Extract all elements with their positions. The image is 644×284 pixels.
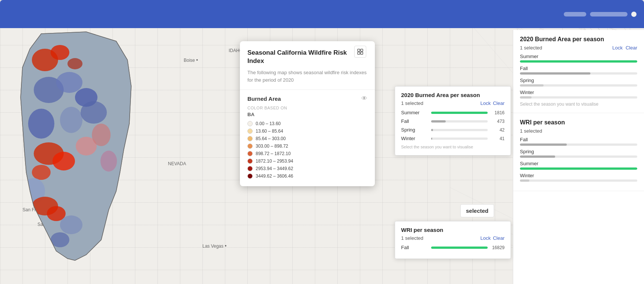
season-bar	[520, 167, 637, 170]
color-range-text: 85.64 – 303.00	[256, 136, 286, 141]
filter-season-item[interactable]: Winter	[520, 173, 637, 182]
subpanel-wri-season-bar	[431, 247, 488, 249]
subpanel-season-label: Winter	[401, 136, 427, 141]
season-bar	[520, 60, 637, 63]
expand-icon	[357, 49, 363, 55]
subpanel-season-row[interactable]: Summer 1816	[401, 110, 505, 115]
subpanel-bar-fill	[431, 138, 432, 140]
color-dot	[247, 121, 253, 126]
legend-popup: Seasonal California Wildfire Risk Index …	[240, 41, 375, 186]
color-dot	[247, 129, 253, 134]
color-based-label: COLOR BASED ON	[247, 106, 367, 110]
season-bar	[520, 84, 637, 87]
top-bar	[0, 0, 644, 28]
topbar-dot	[631, 12, 637, 17]
subpanel-bar-fill	[431, 129, 433, 131]
topbar-pill1	[564, 12, 586, 16]
season-bar-fill	[520, 167, 637, 170]
filter-burned-area-title: 2020 Burned Area per season	[520, 36, 637, 43]
legend-description: The following map shows seasonal wildfir…	[240, 69, 375, 90]
eye-icon[interactable]: 👁	[361, 95, 367, 102]
subpanel-season-row[interactable]: Fall 473	[401, 118, 505, 124]
color-range-row: 2953.94 – 3449.62	[247, 166, 367, 171]
subpanel-season-row[interactable]: Spring 42	[401, 127, 505, 133]
season-label: Spring	[520, 78, 637, 83]
subpanel-season-row[interactable]: Winter 41	[401, 136, 505, 141]
svg-rect-40	[358, 49, 360, 51]
filter-burned-clear[interactable]: Clear	[626, 45, 637, 51]
color-range-row: 85.64 – 303.00	[247, 136, 367, 141]
color-range-text: 3449.62 – 3606.46	[256, 173, 293, 179]
subpanel-season-value: 473	[491, 119, 505, 124]
legend-title: Seasonal California Wildfire Risk Index	[247, 49, 357, 65]
subpanel-wri-clear[interactable]: Clear	[493, 235, 505, 241]
legend-section-title: Burned Area	[247, 96, 281, 102]
color-range-row: 303.00 – 898.72	[247, 143, 367, 149]
expand-icon-button[interactable]	[354, 46, 366, 58]
season-bar-fill	[520, 84, 544, 87]
ba-label: BA	[247, 112, 367, 117]
subpanel-wri-bar-fill	[431, 247, 488, 249]
topbar-pill2	[590, 12, 628, 16]
color-range-text: 0.00 – 13.60	[256, 121, 281, 126]
season-bar	[520, 155, 637, 158]
subpanel-burned-lock[interactable]: Lock	[480, 100, 490, 106]
filter-season-item[interactable]: Fall	[520, 137, 637, 146]
subpanel-bar-fill	[431, 112, 488, 114]
subpanel-burned-title: 2020 Burned Area per season	[401, 92, 505, 98]
subpanel-season-bar	[431, 138, 488, 140]
season-label: Fall	[520, 66, 637, 71]
svg-rect-43	[361, 52, 363, 54]
season-bar-fill	[520, 96, 532, 99]
subpanel-burned-clear[interactable]: Clear	[493, 100, 505, 106]
filter-season-item[interactable]: Spring	[520, 149, 637, 158]
color-range-row: 1872.10 – 2953.94	[247, 158, 367, 164]
season-label: Winter	[520, 90, 637, 95]
season-bar	[520, 96, 637, 99]
filter-season-item[interactable]: Spring	[520, 78, 637, 87]
filter-season-item[interactable]: Summer	[520, 161, 637, 170]
subpanel-season-value: 42	[491, 127, 505, 133]
color-dot	[247, 173, 253, 179]
subpanel-wri-rows: Fall 16829	[401, 245, 505, 250]
season-bar	[520, 143, 637, 146]
subpanel-wri-season-row[interactable]: Fall 16829	[401, 245, 505, 250]
subpanel-wri-lock[interactable]: Lock	[480, 235, 490, 241]
filter-wri-section: WRI per season 1 selected Fall Spring Su…	[513, 113, 644, 191]
season-label: Spring	[520, 149, 637, 154]
color-dot	[247, 143, 253, 149]
season-bar-fill	[520, 155, 555, 158]
subpanel-season-label: Fall	[401, 118, 427, 124]
color-range-row: 898.72 – 1872.10	[247, 151, 367, 156]
season-bar	[520, 72, 637, 75]
subpanel-season-label: Spring	[401, 127, 427, 133]
subpanel-season-bar	[431, 129, 488, 131]
subpanel-wri-season-label: Fall	[401, 245, 427, 250]
filters-panel: 2020 Burned Area per season 1 selected L…	[513, 30, 644, 284]
filter-season-item[interactable]: Summer	[520, 54, 637, 63]
subpanel-burned-rows: Summer 1816 Fall 473 Spring 42 Winter 41	[401, 110, 505, 141]
subpanel-burned-hint: Select the season you want to visualise	[401, 144, 505, 150]
filter-season-item[interactable]: Winter	[520, 90, 637, 99]
subpanel-season-bar	[431, 112, 488, 114]
subpanel-wri-title: WRI per season	[401, 227, 505, 233]
filter-wri-selected: 1 selected	[520, 128, 542, 134]
season-bar-fill	[520, 179, 529, 182]
selected-badge: selected	[460, 204, 494, 217]
color-range-text: 1872.10 – 2953.94	[256, 158, 293, 164]
season-bar	[520, 179, 637, 182]
season-bar-fill	[520, 143, 567, 146]
subpanel-wri-selected: 1 selected	[401, 235, 423, 241]
color-range-text: 898.72 – 1872.10	[256, 151, 291, 156]
color-dot	[247, 158, 253, 164]
season-label: Fall	[520, 137, 637, 142]
filter-burned-lock[interactable]: Lock	[612, 45, 622, 51]
filter-burned-selected: 1 selected	[520, 45, 542, 51]
subpanel-wri: WRI per season 1 selected Lock Clear Fal…	[395, 221, 511, 259]
filter-season-item[interactable]: Fall	[520, 66, 637, 75]
subpanel-bar-fill	[431, 120, 446, 123]
filter-burned-area-section: 2020 Burned Area per season 1 selected L…	[513, 30, 644, 113]
subpanel-season-bar	[431, 120, 488, 123]
color-dot	[247, 166, 253, 171]
color-range-text: 2953.94 – 3449.62	[256, 166, 293, 171]
